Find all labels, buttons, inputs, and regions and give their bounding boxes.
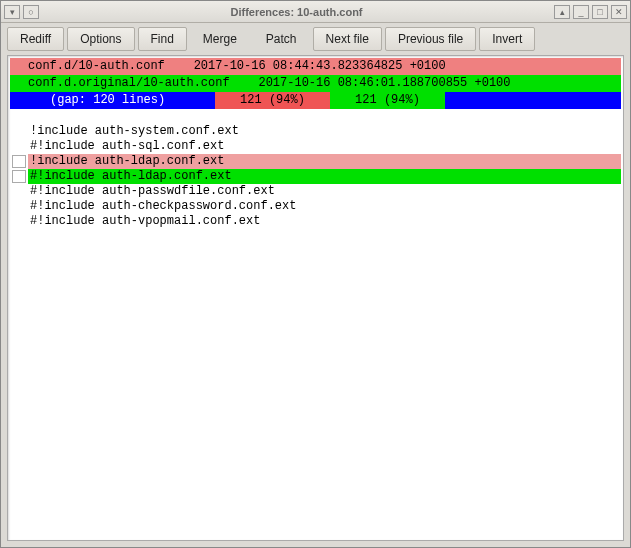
gap-label: (gap: 120 lines) <box>10 92 215 109</box>
gap-new-count: 121 (94%) <box>330 92 445 109</box>
merge-checkbox[interactable] <box>12 155 26 168</box>
window-title: Differences: 10-auth.conf <box>39 6 554 18</box>
window-rollup-button[interactable]: ▴ <box>554 5 570 19</box>
context-line: !include auth-system.conf.ext <box>10 124 621 139</box>
diff-removed-text: !include auth-ldap.conf.ext <box>28 154 621 169</box>
merge-button[interactable]: Merge <box>190 27 250 51</box>
context-line: #!include auth-checkpassword.conf.ext <box>10 199 621 214</box>
window-close-button[interactable]: ✕ <box>611 5 627 19</box>
diff-pane[interactable]: conf.d/10-auth.conf 2017-10-16 08:44:43.… <box>7 55 624 541</box>
options-button[interactable]: Options <box>67 27 134 51</box>
next-file-button[interactable]: Next file <box>313 27 382 51</box>
previous-file-button[interactable]: Previous file <box>385 27 476 51</box>
diff-header-new: conf.d.original/10-auth.conf 2017-10-16 … <box>10 75 621 92</box>
window-frame: ▾ ○ Differences: 10-auth.conf ▴ _ □ ✕ Re… <box>0 0 631 548</box>
window-minimize-button[interactable]: _ <box>573 5 589 19</box>
rediff-button[interactable]: Rediff <box>7 27 64 51</box>
diff-gap-row: (gap: 120 lines) 121 (94%) 121 (94%) <box>10 92 621 109</box>
diff-header-old: conf.d/10-auth.conf 2017-10-16 08:44:43.… <box>10 58 621 75</box>
diff-added-row: #!include auth-ldap.conf.ext <box>10 169 621 184</box>
titlebar: ▾ ○ Differences: 10-auth.conf ▴ _ □ ✕ <box>1 1 630 23</box>
invert-button[interactable]: Invert <box>479 27 535 51</box>
toolbar: Rediff Options Find Merge Patch Next fil… <box>1 23 630 55</box>
context-line: #!include auth-passwdfile.conf.ext <box>10 184 621 199</box>
patch-button[interactable]: Patch <box>253 27 310 51</box>
merge-checkbox[interactable] <box>12 170 26 183</box>
context-line: #!include auth-sql.conf.ext <box>10 139 621 154</box>
window-maximize-button[interactable]: □ <box>592 5 608 19</box>
find-button[interactable]: Find <box>138 27 187 51</box>
diff-removed-row: !include auth-ldap.conf.ext <box>10 154 621 169</box>
gap-old-count: 121 (94%) <box>215 92 330 109</box>
window-menu-button[interactable]: ▾ <box>4 5 20 19</box>
context-line: #!include auth-vpopmail.conf.ext <box>10 214 621 229</box>
diff-added-text: #!include auth-ldap.conf.ext <box>28 169 621 184</box>
window-pin-button[interactable]: ○ <box>23 5 39 19</box>
